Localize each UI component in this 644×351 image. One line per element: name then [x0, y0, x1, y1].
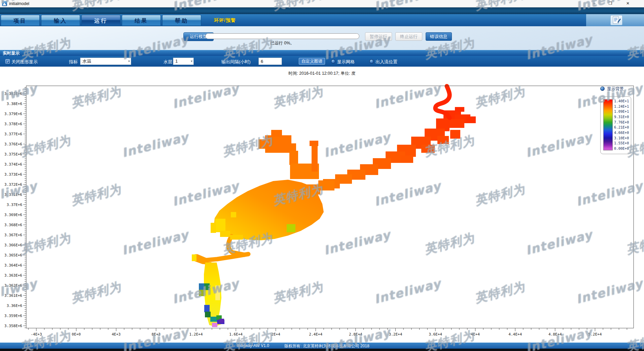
svg-text:3.372E+6: 3.372E+6	[4, 182, 22, 187]
progress-bar	[205, 33, 359, 39]
svg-text:3.365E+6: 3.365E+6	[4, 253, 22, 257]
run-toolbar: 运行模型 已运行 0%。 暂停运行 终止运行 错误信息	[0, 26, 644, 50]
svg-text:0E+0: 0E+0	[72, 332, 81, 337]
window-title: initialmodel	[9, 1, 29, 6]
custom-colormap-button[interactable]: 自定义图谱	[299, 58, 325, 65]
svg-text:3.362E+6: 3.362E+6	[4, 283, 22, 288]
svg-text:8E+3: 8E+3	[152, 332, 161, 337]
svg-text:3.378E+6: 3.378E+6	[4, 122, 22, 126]
svg-text:3.371E+6: 3.371E+6	[4, 192, 22, 197]
show-background-checkbox[interactable]	[600, 86, 605, 91]
legend-value: 4.66E+0	[614, 131, 629, 135]
show-background-label: 显示背景	[607, 86, 624, 91]
realtime-display-header: 实时显示	[0, 50, 644, 56]
layer-select[interactable]: 1 ▾	[173, 58, 194, 65]
inout-flow-label: 出入流位置	[375, 59, 397, 65]
tab-帮助[interactable]: 帮助	[162, 15, 201, 26]
svg-text:3.376E+6: 3.376E+6	[4, 142, 22, 146]
bottom-strip	[0, 349, 644, 351]
svg-text:-4E+3: -4E+3	[31, 332, 42, 337]
legend-value: 1.55E+0	[614, 141, 629, 145]
legend-value: 1.40E+1	[614, 99, 629, 103]
svg-text:1.6E+4: 1.6E+4	[229, 332, 243, 337]
svg-text:3.6E+4: 3.6E+4	[429, 332, 442, 337]
pause-run-button[interactable]: 暂停运行	[365, 32, 392, 41]
chevron-down-icon: ▾	[128, 58, 130, 65]
maximize-button[interactable]: ❐	[604, 0, 616, 7]
tab-项目[interactable]: 项目	[1, 15, 40, 26]
chevron-down-icon: ▾	[191, 58, 192, 65]
show-grid-checkbox[interactable]	[331, 59, 335, 64]
document-note-icon[interactable]	[610, 15, 622, 25]
tabbar-right-panel	[586, 14, 644, 26]
realtime-controls: ✓ 关闭图形显示 指标 水温 ▾ 水层 1 ▾ 输出间隔(小时) 自定义图谱 显…	[0, 56, 644, 67]
legend-box: 1.40E+11.24E+11.09E+19.31E+07.76E+06.21E…	[600, 96, 631, 154]
svg-text:3.361E+6: 3.361E+6	[4, 293, 22, 298]
svg-text:1.2E+4: 1.2E+4	[189, 332, 203, 337]
svg-text:3.363E+6: 3.363E+6	[4, 273, 22, 278]
inout-flow-checkbox[interactable]	[369, 59, 374, 64]
legend-value: 1.24E+1	[614, 105, 629, 108]
svg-text:2.8E+4: 2.8E+4	[349, 332, 362, 337]
document-icon	[611, 15, 622, 25]
svg-text:3.369E+6: 3.369E+6	[4, 213, 22, 217]
svg-text:3.381E+6: 3.381E+6	[4, 92, 22, 96]
tab-结果[interactable]: 结果	[122, 15, 161, 26]
legend-colorbar	[603, 99, 613, 150]
svg-text:3.368E+6: 3.368E+6	[4, 223, 22, 227]
error-info-button[interactable]: 错误信息	[426, 32, 452, 41]
svg-text:2.4E+4: 2.4E+4	[309, 332, 322, 337]
svg-text:4.4E+4: 4.4E+4	[508, 332, 522, 337]
svg-text:3.364E+6: 3.364E+6	[4, 263, 22, 268]
legend-value: 6.21E+0	[614, 126, 629, 129]
legend-value: 7.76E+0	[614, 120, 629, 124]
title-bar: initialmodel – ❐ ✕	[0, 0, 644, 7]
svg-text:5.2E+4: 5.2E+4	[588, 332, 602, 337]
close-button[interactable]: ✕	[622, 0, 634, 7]
tab-运行[interactable]: 运行	[81, 15, 120, 26]
indicator-select[interactable]: 水温 ▾	[80, 58, 131, 65]
svg-text:3.38E+6: 3.38E+6	[7, 102, 22, 106]
nav-strip	[0, 7, 644, 14]
close-graph-label: 关闭图形显示	[11, 59, 38, 65]
svg-text:3.375E+6: 3.375E+6	[4, 152, 22, 156]
svg-text:4E+3: 4E+3	[112, 332, 121, 337]
app-icon	[2, 1, 7, 6]
stop-run-button[interactable]: 终止运行	[395, 32, 422, 41]
status-version: Intelway-AW V1.0	[237, 343, 269, 348]
legend-value: 9.31E+0	[614, 115, 629, 119]
svg-text:3.367E+6: 3.367E+6	[4, 233, 22, 237]
legend: 显示背景 1.40E+11.24E+11.09E+19.31E+07.76E+0…	[600, 86, 633, 154]
heatmap-plot: 3.381E+63.38E+63.379E+63.378E+63.377E+63…	[0, 67, 644, 343]
indicator-value: 水温	[82, 59, 91, 64]
svg-text:3.373E+6: 3.373E+6	[4, 172, 22, 177]
svg-text:3.379E+6: 3.379E+6	[4, 112, 22, 116]
legend-value: 3.10E+0	[614, 136, 629, 140]
legend-values: 1.40E+11.24E+11.09E+19.31E+07.76E+06.21E…	[614, 99, 629, 150]
status-bar: Intelway-AW V1.0 版权所有: 北京英特利为环境科技有限公司 20…	[0, 343, 644, 349]
show-grid-label: 显示网格	[337, 59, 355, 65]
svg-text:3.366E+6: 3.366E+6	[4, 243, 22, 247]
svg-text:3.2E+4: 3.2E+4	[389, 332, 402, 337]
layer-label: 水层	[164, 59, 172, 65]
tab-输入[interactable]: 输入	[41, 15, 80, 26]
chart-region: 时间: 2016-01-01 12:00:17; 单位: 度 3.381E+63…	[0, 67, 644, 343]
svg-text:3.374E+6: 3.374E+6	[4, 162, 22, 167]
svg-text:3.36E+6: 3.36E+6	[7, 304, 22, 308]
env-warning-label: 环评/预警	[214, 14, 236, 26]
interval-input[interactable]	[258, 58, 282, 65]
close-graph-checkbox[interactable]: ✓	[5, 59, 10, 64]
svg-text:4E+4: 4E+4	[471, 332, 480, 337]
minimize-button[interactable]: –	[588, 0, 600, 7]
menu-tabbar: 项目输入运行结果帮助 环评/预警	[0, 14, 644, 26]
svg-text:2E+4: 2E+4	[271, 332, 280, 337]
svg-text:3.359E+6: 3.359E+6	[4, 314, 22, 318]
svg-text:3.37E+6: 3.37E+6	[7, 203, 22, 207]
progress-text: 已运行 0%。	[205, 40, 359, 46]
interval-label: 输出间隔(小时)	[221, 59, 251, 65]
indicator-label: 指标	[69, 59, 78, 65]
svg-text:4.8E+4: 4.8E+4	[548, 332, 562, 337]
svg-text:3.377E+6: 3.377E+6	[4, 132, 22, 136]
legend-value: 1.09E+1	[614, 110, 629, 113]
legend-value: 0.00E+0	[614, 147, 629, 150]
